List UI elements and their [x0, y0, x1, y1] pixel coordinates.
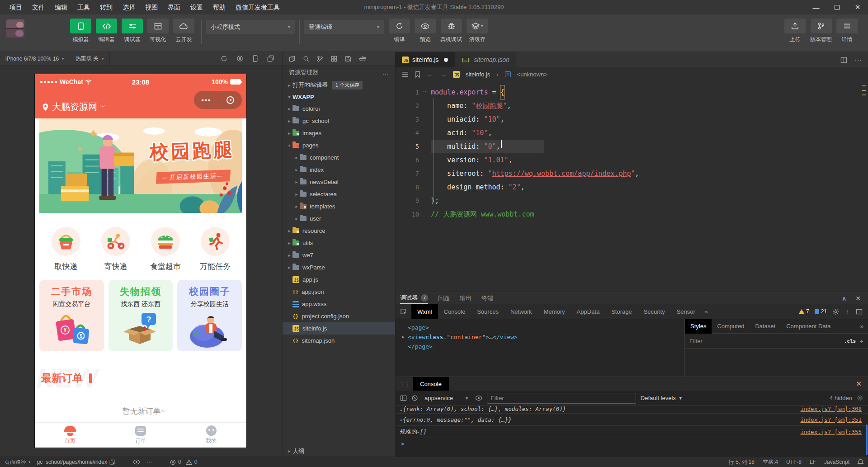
console-prompt[interactable]: >	[396, 438, 868, 449]
location-selector[interactable]: 大鹏资源网 ﹀	[42, 101, 106, 113]
git-branch-icon[interactable]	[317, 56, 323, 62]
card-失物招领[interactable]: 失物招领找东西 还东西?	[108, 280, 173, 351]
devtools-settings-icon[interactable]	[832, 308, 839, 315]
nav-forward-icon[interactable]: →	[440, 71, 447, 78]
devtools-tab-Storage[interactable]: Storage	[605, 304, 638, 319]
menu-item-转到[interactable]: 转到	[95, 0, 118, 14]
tree-item-component[interactable]: ▸component	[283, 151, 395, 164]
more-icon[interactable]: •••	[202, 96, 212, 104]
云开发-button[interactable]	[173, 19, 194, 33]
code-line-10[interactable]: 10// 大鹏资源网 www.wobbt.com	[396, 208, 868, 221]
devtools-tab-Memory[interactable]: Memory	[538, 304, 571, 319]
drag-handle-icon[interactable]: ⋮⋮	[396, 381, 413, 387]
编译-button[interactable]	[389, 19, 410, 33]
模拟器-button[interactable]	[70, 19, 91, 33]
program-mode-select[interactable]: 小程序模式▾	[206, 20, 295, 34]
console-log-row[interactable]: 规格的 ▸ []index.js? [sm]:355	[396, 426, 868, 438]
save-icon[interactable]	[345, 56, 351, 62]
capsule-menu[interactable]: •••	[194, 91, 242, 109]
tree-item-app.json[interactable]: {}app.json	[283, 286, 395, 298]
collapse-icon[interactable]: ∧	[842, 295, 846, 302]
devtools-tab-Security[interactable]: Security	[638, 304, 671, 319]
rotate-icon[interactable]	[221, 55, 227, 62]
console-settings-icon[interactable]	[857, 395, 863, 401]
编辑器-button[interactable]	[96, 19, 117, 33]
minimize-button[interactable]: —	[806, 0, 826, 14]
device-frame-icon[interactable]	[252, 55, 258, 62]
bookmark-icon[interactable]	[415, 71, 420, 78]
close-button[interactable]: ✕	[847, 0, 868, 14]
debug-tab-调试器[interactable]: 调试器7	[400, 292, 428, 304]
devtools-tab-AppData[interactable]: AppData	[571, 304, 606, 319]
new-rule-icon[interactable]: +	[859, 337, 863, 345]
console-tab[interactable]: Console	[413, 377, 449, 391]
版本管理-button[interactable]	[811, 19, 832, 33]
wxml-node[interactable]: </page>	[402, 342, 678, 351]
exit-icon[interactable]	[226, 96, 234, 104]
console-scrollbar[interactable]	[866, 425, 868, 455]
wxml-node[interactable]: ▶<view class="container">…</view>	[402, 332, 678, 342]
page-path-selector[interactable]: 页面路径▾	[5, 458, 31, 466]
menu-item-界面[interactable]: 界面	[163, 0, 185, 14]
styles-filter-input[interactable]	[689, 338, 840, 344]
grid-item-寄快递[interactable]: 寄快递	[95, 227, 136, 272]
tree-item-resource[interactable]: ▸resource	[283, 225, 395, 237]
grid-item-取快递[interactable]: 取快递	[46, 227, 86, 272]
log-levels-select[interactable]: Default levels▼	[641, 395, 683, 401]
tree-item-utils[interactable]: ▸utils	[283, 237, 395, 249]
cls-toggle[interactable]: .cls	[844, 338, 856, 344]
tree-item-templates[interactable]: ▸templates	[283, 200, 395, 212]
log-source-link[interactable]: index.js? [sm]:308	[792, 406, 862, 412]
menu-item-项目[interactable]: 项目	[5, 0, 27, 14]
status-item-4[interactable]: JavaScript	[824, 459, 849, 465]
outline-row[interactable]: ▸ 大纲	[283, 445, 395, 457]
project-root-row[interactable]: ▾ WXAPP	[283, 91, 395, 103]
wxml-tree[interactable]: <page>▶<view class="container">…</view><…	[396, 319, 685, 377]
tree-item-project.config.json[interactable]: {}project.config.json	[283, 310, 395, 322]
code-line-6[interactable]: 6 version: "1.01",	[396, 153, 868, 167]
status-more-icon[interactable]: ⋯	[146, 459, 152, 465]
styles-tab-Styles[interactable]: Styles	[685, 319, 712, 334]
code-line-3[interactable]: 3 uniacid: "10",	[396, 113, 868, 126]
info-count[interactable]: 21	[815, 308, 827, 315]
styles-tab-Computed[interactable]: Computed	[712, 319, 750, 334]
grid-item-食堂超市[interactable]: 食堂超市	[145, 227, 186, 272]
hot-reload-select[interactable]: 热重载 关▾	[70, 52, 110, 66]
extensions-icon[interactable]	[331, 56, 337, 62]
debug-tab-输出[interactable]: 输出	[460, 294, 472, 302]
调试器-button[interactable]	[122, 19, 143, 33]
screenshot-icon[interactable]	[267, 55, 274, 62]
debug-tab-问题[interactable]: 问题	[438, 294, 450, 302]
problem-counts[interactable]: 0 0	[170, 459, 197, 465]
styles-tab-Dataset[interactable]: Dataset	[750, 319, 781, 334]
menu-item-微信开发者工具[interactable]: 微信开发者工具	[231, 0, 285, 14]
详情-button[interactable]	[836, 19, 858, 33]
warning-count[interactable]: 7	[799, 308, 809, 315]
editor-tab-siteinfo.js[interactable]: JSsiteinfo.js	[396, 52, 455, 67]
devtools-tab-Console[interactable]: Console	[438, 304, 472, 319]
tree-item-pages[interactable]: ▾pages	[283, 139, 395, 151]
grid-item-万能任务[interactable]: 万能任务	[195, 227, 236, 272]
code-line-4[interactable]: 4 acid: "10",	[396, 126, 868, 140]
card-二手市场[interactable]: 二手市场闲置交易平台¥$	[39, 280, 104, 351]
menu-item-选择[interactable]: 选择	[118, 0, 140, 14]
可视化-button[interactable]	[147, 19, 169, 33]
status-item-1[interactable]: 空格:4	[763, 458, 778, 466]
console-sidebar-icon[interactable]	[400, 395, 407, 401]
tree-item-siteinfo.js[interactable]: JSsiteinfo.js	[283, 322, 395, 335]
tabs-overflow-icon[interactable]: »	[701, 308, 712, 315]
menu-item-视图[interactable]: 视图	[140, 0, 163, 14]
menu-item-设置[interactable]: 设置	[185, 0, 208, 14]
console-log-row[interactable]: ▸ {errno: 0, message: "", data: {…}}inde…	[396, 414, 868, 426]
dock-side-icon[interactable]	[856, 309, 863, 315]
status-item-2[interactable]: UTF-8	[786, 459, 802, 465]
execution-context-select[interactable]: appservice▼	[423, 395, 471, 401]
hidden-messages-count[interactable]: 4 hidden	[830, 395, 852, 401]
devtools-tab-Sources[interactable]: Sources	[471, 304, 505, 319]
tree-item-user[interactable]: ▸user	[283, 212, 395, 225]
code-editor[interactable]: 1﹀module.exports = {2 name: "校园跑腿",3 uni…	[396, 81, 868, 292]
console-close-icon[interactable]: ✕	[856, 380, 868, 388]
devtools-tab-Sensor[interactable]: Sensor	[671, 304, 701, 319]
console-log-row[interactable]: ▸ {rank: Array(0), school: {…}, modules:…	[396, 406, 868, 414]
explorer-more-icon[interactable]: …	[382, 69, 389, 76]
